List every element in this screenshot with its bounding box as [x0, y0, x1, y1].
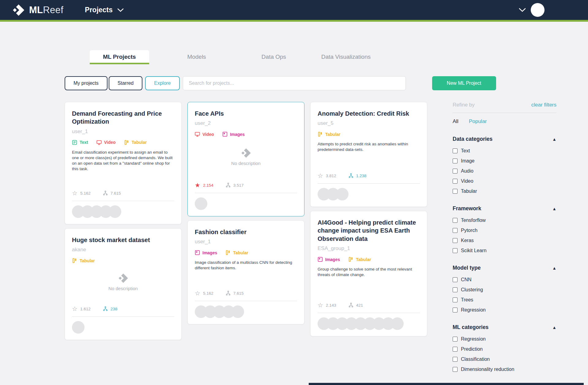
avatar[interactable]	[391, 317, 404, 330]
filter-checkbox-prediction[interactable]: Prediction	[453, 346, 556, 352]
filter-checkbox-audio[interactable]: Audio	[453, 168, 556, 174]
filter-checkbox-text[interactable]: Text	[453, 148, 556, 154]
filter-checkbox-tabular[interactable]: Tabular	[453, 189, 556, 194]
checkbox[interactable]	[453, 308, 458, 312]
filter-all-link[interactable]: All	[453, 118, 458, 125]
project-card[interactable]: Fashion classifier user_1 ImagesTabular …	[187, 220, 304, 324]
project-card[interactable]: Demand Forecasting and Price Optimizatio…	[65, 102, 182, 224]
tag-tabular: Tabular	[124, 140, 147, 145]
checkbox[interactable]	[453, 218, 458, 223]
tab-ml-projects[interactable]: ML Projects	[90, 50, 149, 64]
checkbox[interactable]	[453, 367, 458, 372]
project-title: Huge stock market dataset	[72, 236, 174, 244]
search-input[interactable]	[183, 76, 406, 90]
fork-count-value: 7.615	[233, 291, 244, 296]
avatar[interactable]	[336, 188, 349, 200]
tabular-icon	[72, 258, 77, 263]
checkbox[interactable]	[453, 148, 458, 153]
refine-by-label: Refine by	[453, 102, 475, 108]
card-column-2: Face APIs user_2 VideoImages No descript…	[187, 102, 304, 340]
filter-checkbox-keras[interactable]: Keras	[453, 238, 556, 243]
clear-filters-link[interactable]: clear filters	[531, 102, 556, 108]
new-ml-project-button[interactable]: New ML Project	[432, 76, 496, 90]
checkbox[interactable]	[453, 159, 458, 163]
user-avatar[interactable]	[531, 3, 545, 17]
checkbox[interactable]	[453, 228, 458, 233]
filter-item-label: Trees	[461, 297, 473, 303]
project-stats: ☆ 2.143 421	[318, 297, 420, 308]
projects-toolbar: My projects Starred Explore New ML Proje…	[65, 76, 556, 90]
fork-count-value: 238	[111, 307, 118, 311]
collapse-arrow-icon[interactable]: ▲	[552, 325, 556, 330]
avatar[interactable]	[72, 321, 85, 334]
filter-checkbox-clustering[interactable]: Clustering	[453, 287, 556, 293]
filter-checkbox-trees[interactable]: Trees	[453, 297, 556, 303]
collapse-arrow-icon[interactable]: ▲	[552, 137, 556, 142]
no-description-placeholder: No description	[72, 263, 174, 300]
project-card[interactable]: Anomaly Detection: Credit Risk user_5 Ta…	[310, 102, 427, 207]
project-stats: ☆ 1.612 238	[72, 300, 174, 312]
filter-checkbox-image[interactable]: Image	[453, 158, 556, 164]
checkbox[interactable]	[453, 277, 458, 282]
filter-checkbox-cnn[interactable]: CNN	[453, 277, 556, 282]
filter-checkbox-regression[interactable]: Regression	[453, 336, 556, 342]
avatar[interactable]	[109, 205, 121, 218]
project-card[interactable]: AI4Good - Helping predict climate change…	[310, 211, 427, 336]
explore-button[interactable]: Explore	[145, 76, 179, 90]
project-card[interactable]: Face APIs user_2 VideoImages No descript…	[187, 102, 304, 216]
images-icon	[318, 257, 323, 262]
collapse-arrow-icon[interactable]: ▲	[552, 206, 556, 211]
star-count: ☆ 5.162	[195, 290, 213, 296]
project-tags: Tabular	[72, 258, 174, 263]
avatar[interactable]	[195, 197, 207, 210]
checkbox[interactable]	[453, 179, 458, 184]
star-icon: ☆	[318, 173, 323, 179]
checkbox[interactable]	[453, 248, 458, 253]
collapse-arrow-icon[interactable]: ▲	[552, 266, 556, 271]
tabular-icon	[348, 257, 353, 262]
checkbox[interactable]	[453, 357, 458, 362]
filter-item-label: Prediction	[461, 346, 483, 352]
filter-popular-link[interactable]: Popular	[469, 118, 487, 125]
mlreef-logo[interactable]: MLReef	[12, 3, 63, 17]
checkbox[interactable]	[453, 189, 458, 194]
project-title: Face APIs	[195, 110, 297, 118]
contributor-avatars	[195, 301, 297, 321]
filter-checkbox-scikit-learn[interactable]: Scikit Learn	[453, 248, 556, 253]
project-tags: VideoImages	[195, 132, 297, 137]
project-owner: akane	[72, 247, 174, 253]
checkbox[interactable]	[453, 169, 458, 174]
filter-checkbox-regression[interactable]: Regression	[453, 307, 556, 313]
checkbox[interactable]	[453, 347, 458, 352]
checkbox[interactable]	[453, 297, 458, 302]
filter-checkbox-dimensionality-reduction[interactable]: Dimensionality reduction	[453, 367, 556, 372]
my-projects-button[interactable]: My projects	[65, 76, 107, 90]
starred-button[interactable]: Starred	[109, 76, 142, 90]
project-description: Image classification of a multiclass CNN…	[195, 260, 297, 271]
fork-icon	[226, 183, 231, 188]
top-navbar: MLReef Projects	[0, 0, 588, 20]
tab-models[interactable]: Models	[167, 50, 226, 64]
filter-checkbox-video[interactable]: Video	[453, 178, 556, 184]
star-icon: ☆	[72, 306, 77, 312]
filter-checkbox-classification[interactable]: Classification	[453, 357, 556, 362]
star-count: ☆ 5.162	[72, 190, 91, 196]
checkbox[interactable]	[453, 287, 458, 292]
chevron-down-icon	[117, 8, 124, 12]
star-count-value: 5.162	[203, 291, 213, 296]
project-card[interactable]: Huge stock market dataset akane Tabular …	[65, 228, 182, 340]
filter-checkbox-tensforflow[interactable]: Tensforflow	[453, 218, 556, 223]
sidebar-divider	[453, 113, 556, 113]
avatar[interactable]	[232, 305, 244, 318]
checkbox[interactable]	[453, 337, 458, 342]
star-count: ★ 2.154	[195, 182, 213, 188]
filter-checkbox-pytorch[interactable]: Pytorch	[453, 228, 556, 233]
user-menu-chevron-icon[interactable]	[519, 8, 526, 12]
checkbox[interactable]	[453, 238, 458, 243]
tab-data-ops[interactable]: Data Ops	[244, 50, 303, 64]
projects-menu[interactable]: Projects	[85, 6, 124, 14]
card-column-3: Anomaly Detection: Credit Risk user_5 Ta…	[310, 102, 427, 340]
fork-icon	[226, 291, 231, 296]
tab-data-visualizations[interactable]: Data Visualizations	[321, 50, 371, 64]
project-title: AI4Good - Helping predict climate change…	[318, 219, 420, 243]
